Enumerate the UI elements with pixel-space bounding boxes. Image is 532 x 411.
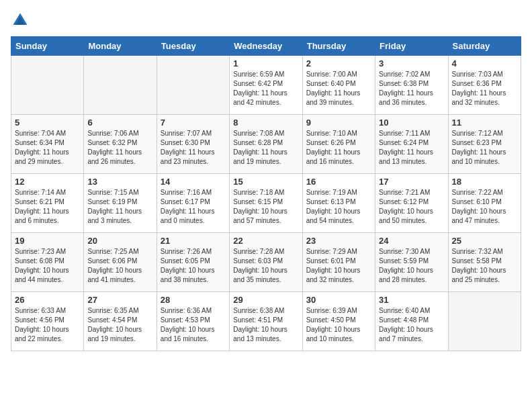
calendar-week-row: 12Sunrise: 7:14 AM Sunset: 6:21 PM Dayli… bbox=[11, 174, 521, 233]
day-header-friday: Friday bbox=[375, 37, 448, 56]
day-info: Sunrise: 7:04 AM Sunset: 6:34 PM Dayligh… bbox=[15, 129, 80, 167]
day-info: Sunrise: 7:00 AM Sunset: 6:40 PM Dayligh… bbox=[306, 70, 371, 107]
day-info: Sunrise: 6:40 AM Sunset: 4:48 PM Dayligh… bbox=[379, 306, 444, 344]
day-number: 15 bbox=[233, 177, 298, 187]
calendar-cell: 17Sunrise: 7:21 AM Sunset: 6:12 PM Dayli… bbox=[375, 174, 448, 233]
day-info: Sunrise: 7:23 AM Sunset: 6:08 PM Dayligh… bbox=[15, 247, 80, 285]
day-number: 26 bbox=[15, 295, 80, 305]
days-header-row: SundayMondayTuesdayWednesdayThursdayFrid… bbox=[11, 37, 521, 56]
day-number: 8 bbox=[233, 118, 298, 128]
day-header-tuesday: Tuesday bbox=[157, 37, 229, 56]
day-number: 25 bbox=[452, 236, 517, 246]
calendar-week-row: 5Sunrise: 7:04 AM Sunset: 6:34 PM Daylig… bbox=[11, 115, 521, 174]
calendar-cell: 7Sunrise: 7:07 AM Sunset: 6:30 PM Daylig… bbox=[157, 115, 229, 174]
day-info: Sunrise: 7:14 AM Sunset: 6:21 PM Dayligh… bbox=[15, 188, 80, 226]
calendar-cell: 21Sunrise: 7:26 AM Sunset: 6:05 PM Dayli… bbox=[157, 233, 229, 292]
calendar-cell: 15Sunrise: 7:18 AM Sunset: 6:15 PM Dayli… bbox=[230, 174, 302, 233]
calendar-cell: 24Sunrise: 7:30 AM Sunset: 5:59 PM Dayli… bbox=[375, 233, 448, 292]
day-number: 28 bbox=[161, 295, 226, 305]
calendar-cell: 30Sunrise: 6:39 AM Sunset: 4:50 PM Dayli… bbox=[302, 292, 375, 351]
day-info: Sunrise: 7:19 AM Sunset: 6:13 PM Dayligh… bbox=[306, 188, 371, 226]
day-info: Sunrise: 7:06 AM Sunset: 6:32 PM Dayligh… bbox=[87, 129, 152, 167]
day-info: Sunrise: 7:07 AM Sunset: 6:30 PM Dayligh… bbox=[161, 129, 226, 167]
day-number: 1 bbox=[233, 58, 298, 68]
day-header-saturday: Saturday bbox=[448, 37, 521, 56]
day-header-wednesday: Wednesday bbox=[230, 37, 302, 56]
calendar-cell: 22Sunrise: 7:28 AM Sunset: 6:03 PM Dayli… bbox=[230, 233, 302, 292]
calendar-cell: 23Sunrise: 7:29 AM Sunset: 6:01 PM Dayli… bbox=[302, 233, 375, 292]
day-number: 27 bbox=[87, 295, 152, 305]
day-number: 5 bbox=[15, 118, 80, 128]
day-info: Sunrise: 7:10 AM Sunset: 6:26 PM Dayligh… bbox=[306, 129, 371, 167]
calendar-cell: 26Sunrise: 6:33 AM Sunset: 4:56 PM Dayli… bbox=[11, 292, 84, 351]
calendar-cell: 2Sunrise: 7:00 AM Sunset: 6:40 PM Daylig… bbox=[302, 56, 375, 115]
day-info: Sunrise: 6:36 AM Sunset: 4:53 PM Dayligh… bbox=[161, 306, 226, 344]
calendar-cell: 6Sunrise: 7:06 AM Sunset: 6:32 PM Daylig… bbox=[84, 115, 157, 174]
day-info: Sunrise: 7:11 AM Sunset: 6:24 PM Dayligh… bbox=[379, 129, 444, 167]
day-info: Sunrise: 7:02 AM Sunset: 6:38 PM Dayligh… bbox=[379, 70, 444, 107]
day-info: Sunrise: 7:08 AM Sunset: 6:28 PM Dayligh… bbox=[233, 129, 298, 167]
day-info: Sunrise: 7:25 AM Sunset: 6:06 PM Dayligh… bbox=[87, 247, 152, 285]
day-number: 20 bbox=[87, 236, 152, 246]
day-number: 31 bbox=[379, 295, 444, 305]
day-info: Sunrise: 7:22 AM Sunset: 6:10 PM Dayligh… bbox=[452, 188, 517, 226]
day-number: 17 bbox=[379, 177, 444, 187]
day-info: Sunrise: 7:18 AM Sunset: 6:15 PM Dayligh… bbox=[233, 188, 298, 226]
day-info: Sunrise: 7:16 AM Sunset: 6:17 PM Dayligh… bbox=[161, 188, 226, 226]
calendar-cell: 25Sunrise: 7:32 AM Sunset: 5:58 PM Dayli… bbox=[448, 233, 521, 292]
day-number: 24 bbox=[379, 236, 444, 246]
day-number: 3 bbox=[379, 58, 444, 68]
day-info: Sunrise: 7:12 AM Sunset: 6:23 PM Dayligh… bbox=[452, 129, 517, 167]
calendar-cell: 3Sunrise: 7:02 AM Sunset: 6:38 PM Daylig… bbox=[375, 56, 448, 115]
day-info: Sunrise: 7:29 AM Sunset: 6:01 PM Dayligh… bbox=[306, 247, 371, 285]
calendar-cell: 10Sunrise: 7:11 AM Sunset: 6:24 PM Dayli… bbox=[375, 115, 448, 174]
header bbox=[11, 11, 521, 30]
calendar-table: SundayMondayTuesdayWednesdayThursdayFrid… bbox=[11, 36, 521, 351]
calendar-cell: 16Sunrise: 7:19 AM Sunset: 6:13 PM Dayli… bbox=[302, 174, 375, 233]
day-number: 4 bbox=[452, 58, 517, 68]
calendar-week-row: 1Sunrise: 6:59 AM Sunset: 6:42 PM Daylig… bbox=[11, 56, 521, 115]
day-info: Sunrise: 7:26 AM Sunset: 6:05 PM Dayligh… bbox=[161, 247, 226, 285]
day-number: 23 bbox=[306, 236, 371, 246]
day-header-monday: Monday bbox=[84, 37, 157, 56]
calendar-cell: 20Sunrise: 7:25 AM Sunset: 6:06 PM Dayli… bbox=[84, 233, 157, 292]
day-number: 21 bbox=[161, 236, 226, 246]
calendar-cell: 18Sunrise: 7:22 AM Sunset: 6:10 PM Dayli… bbox=[448, 174, 521, 233]
day-info: Sunrise: 6:39 AM Sunset: 4:50 PM Dayligh… bbox=[306, 306, 371, 344]
calendar-cell: 29Sunrise: 6:38 AM Sunset: 4:51 PM Dayli… bbox=[230, 292, 302, 351]
day-number: 18 bbox=[452, 177, 517, 187]
day-number: 16 bbox=[306, 177, 371, 187]
calendar-cell: 28Sunrise: 6:36 AM Sunset: 4:53 PM Dayli… bbox=[157, 292, 229, 351]
day-header-sunday: Sunday bbox=[11, 37, 84, 56]
day-info: Sunrise: 6:38 AM Sunset: 4:51 PM Dayligh… bbox=[233, 306, 298, 344]
day-number: 9 bbox=[306, 118, 371, 128]
day-number: 29 bbox=[233, 295, 298, 305]
day-number: 12 bbox=[15, 177, 80, 187]
day-info: Sunrise: 6:59 AM Sunset: 6:42 PM Dayligh… bbox=[233, 70, 298, 107]
calendar-cell: 11Sunrise: 7:12 AM Sunset: 6:23 PM Dayli… bbox=[448, 115, 521, 174]
logo bbox=[11, 11, 32, 30]
calendar-cell: 8Sunrise: 7:08 AM Sunset: 6:28 PM Daylig… bbox=[230, 115, 302, 174]
day-info: Sunrise: 7:21 AM Sunset: 6:12 PM Dayligh… bbox=[379, 188, 444, 226]
calendar-cell: 5Sunrise: 7:04 AM Sunset: 6:34 PM Daylig… bbox=[11, 115, 84, 174]
day-number: 19 bbox=[15, 236, 80, 246]
day-info: Sunrise: 7:30 AM Sunset: 5:59 PM Dayligh… bbox=[379, 247, 444, 285]
day-number: 2 bbox=[306, 58, 371, 68]
day-number: 7 bbox=[161, 118, 226, 128]
calendar-cell: 4Sunrise: 7:03 AM Sunset: 6:36 PM Daylig… bbox=[448, 56, 521, 115]
calendar-week-row: 26Sunrise: 6:33 AM Sunset: 4:56 PM Dayli… bbox=[11, 292, 521, 351]
day-number: 10 bbox=[379, 118, 444, 128]
calendar-cell: 1Sunrise: 6:59 AM Sunset: 6:42 PM Daylig… bbox=[230, 56, 302, 115]
page-container: SundayMondayTuesdayWednesdayThursdayFrid… bbox=[0, 0, 532, 359]
calendar-cell: 19Sunrise: 7:23 AM Sunset: 6:08 PM Dayli… bbox=[11, 233, 84, 292]
day-number: 30 bbox=[306, 295, 371, 305]
calendar-cell: 27Sunrise: 6:35 AM Sunset: 4:54 PM Dayli… bbox=[84, 292, 157, 351]
day-info: Sunrise: 6:35 AM Sunset: 4:54 PM Dayligh… bbox=[87, 306, 152, 344]
day-info: Sunrise: 7:15 AM Sunset: 6:19 PM Dayligh… bbox=[87, 188, 152, 226]
calendar-cell: 12Sunrise: 7:14 AM Sunset: 6:21 PM Dayli… bbox=[11, 174, 84, 233]
calendar-cell: 31Sunrise: 6:40 AM Sunset: 4:48 PM Dayli… bbox=[375, 292, 448, 351]
calendar-cell bbox=[11, 56, 84, 115]
day-info: Sunrise: 7:28 AM Sunset: 6:03 PM Dayligh… bbox=[233, 247, 298, 285]
calendar-cell: 13Sunrise: 7:15 AM Sunset: 6:19 PM Dayli… bbox=[84, 174, 157, 233]
calendar-cell: 14Sunrise: 7:16 AM Sunset: 6:17 PM Dayli… bbox=[157, 174, 229, 233]
